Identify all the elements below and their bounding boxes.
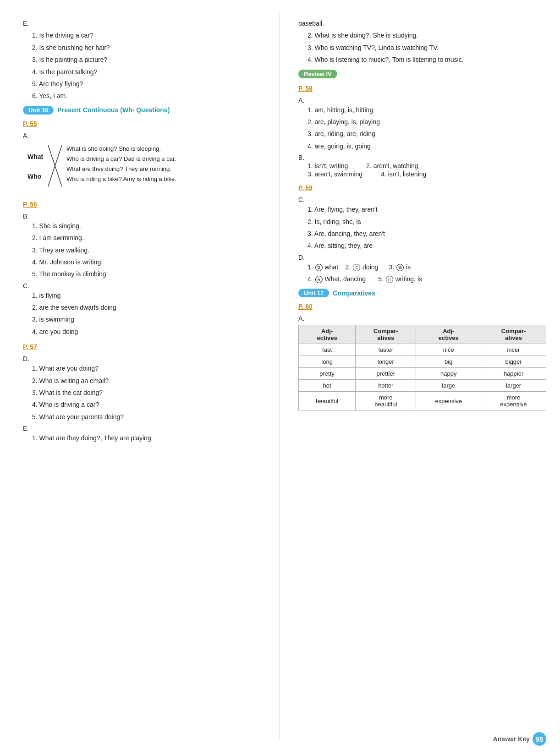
cell-nicer: nicer (481, 344, 546, 356)
d-item-4: 4. Who is driving a car? (32, 399, 266, 410)
col-header-comp2: Compar-atives (481, 325, 546, 344)
b-item-2: 2. I am swimming. (32, 233, 266, 243)
cell-nice: nice (416, 344, 481, 356)
b-row-1: 1. isn't, writing 2. aren't, watching (307, 162, 546, 170)
review-section-b: B. 1. isn't, writing 2. aren't, watching… (298, 154, 546, 178)
e-right-2: 2. What is she doing?, She is studying. (307, 30, 546, 40)
e-item-2: 2. Is she brushing her hair? (32, 43, 266, 53)
b-row1-right: 2. aren't, watching (366, 162, 418, 170)
diagram-lines: What is she doing? She is sleeping. Who … (66, 144, 176, 184)
rev-c-4: 4. Are, sitting, they, are (307, 241, 546, 251)
section-b: B. 1. She is singing. 2. I am swimming. … (23, 213, 266, 279)
review-iv-badge: Review IV (298, 70, 337, 78)
section-c-label: C. (23, 282, 266, 290)
cell-hot: hot (299, 380, 356, 392)
section-d-label: D. (23, 355, 266, 362)
page-ref-57: P. 57 (23, 343, 37, 350)
section-c: C. 1. is flying 2. are the seven dwarfs … (23, 282, 266, 337)
c-item-4: 4. are you doing (32, 327, 266, 337)
section-a-label: A. (23, 132, 266, 139)
page-ref-60: P. 60 (298, 303, 313, 310)
comparatives-table: Adj-ectives Compar-atives Adj-ectives Co… (298, 325, 546, 410)
answer-key-label: Answer Key (493, 735, 530, 743)
cell-faster: faster (356, 344, 416, 356)
e-item-4: 4. Is the parrot talking? (32, 67, 266, 77)
section-e: E. 1. Is he driving a car? 2. Is she bru… (23, 18, 266, 101)
c-item-3: 3. is swimming (32, 314, 266, 324)
b-row-2: 3. aren't, swimming 4. isn't, listening (307, 170, 546, 178)
e-item-3: 3. Is he painting a picture? (32, 55, 266, 65)
e-right-3: 3. Who is watching TV?, Linda is watchin… (307, 43, 546, 53)
d-item-2: 2. Who is writing an email? (32, 376, 266, 386)
rev-a-4: 4. are, going, is, going (307, 141, 546, 151)
page-ref-55: P. 55 (23, 120, 37, 127)
rev-a-1: 1. am, hitting, is, hitting (307, 105, 546, 115)
review-section-d: D. 1. b what 2. c doing 3. a is 4. a Wha… (298, 254, 546, 284)
rev-c-2: 2. Is, riding, she, is (307, 217, 546, 227)
table-row: beautiful morebeautiful expensive moreex… (299, 392, 546, 410)
cell-pretty: pretty (299, 368, 356, 380)
left-column: E. 1. Is he driving a car? 2. Is she bru… (0, 14, 280, 741)
table-row: hot hotter large larger (299, 380, 546, 392)
rev-d-row1: 1. b what 2. c doing 3. a is (307, 262, 546, 272)
circle-c2: c (386, 276, 393, 283)
diag-line-2: Who is driving a car? Dad is driving a c… (66, 154, 176, 164)
review-a-label: A. (298, 97, 546, 104)
cell-bigger: bigger (481, 356, 546, 368)
unit16-header: Unit 16 Present Continuous (Wh- Question… (23, 106, 266, 115)
page-number-badge: 95 (533, 732, 546, 746)
section-e2: E. 1. What are they doing?, They are pla… (23, 425, 266, 443)
cell-happy: happy (416, 368, 481, 380)
c-item-2: 2. are the seven dwarfs doing (32, 302, 266, 312)
c-item-1: 1. is flying (32, 290, 266, 301)
section-b-label: B. (23, 213, 266, 220)
circle-a: a (396, 264, 404, 271)
section-e-label: E. (23, 18, 266, 28)
table-row: long longer big bigger (299, 356, 546, 368)
section-e2-label: E. (23, 425, 266, 432)
diag-line-4: Who is riding a bike? Amy is riding a bi… (66, 174, 176, 184)
col-header-adj1: Adj-ectives (299, 325, 356, 344)
what-who-diagram: What Who What is she doing? She is sleep… (27, 143, 266, 193)
section-d: D. 1. What are you doing? 2. Who is writ… (23, 355, 266, 422)
unit17-badge: Unit 17 (298, 289, 329, 297)
e-continued: baseball. (298, 18, 546, 28)
rev-c-3: 3. Are, dancing, they, aren't (307, 229, 546, 239)
col-header-comp1: Compar-atives (356, 325, 416, 344)
cell-more-expensive: moreexpensive (481, 392, 546, 410)
cell-expensive: expensive (416, 392, 481, 410)
cell-fast: fast (299, 344, 356, 356)
b-item-1: 1. She is singing. (32, 221, 266, 231)
d-item-3: 3. What is the cat doing? (32, 388, 266, 398)
cell-happier: happier (481, 368, 546, 380)
unit17-section-a: A. Adj-ectives Compar-atives Adj-ectives… (298, 315, 546, 410)
right-column: baseball. 2. What is she doing?, She is … (280, 14, 560, 741)
unit16-badge: Unit 16 (23, 106, 54, 115)
cell-large: large (416, 380, 481, 392)
rev-a-2: 2. are, playing, is, playing (307, 117, 546, 127)
d-item-1: 1. What are you doing? (32, 363, 266, 373)
answer-key-footer: Answer Key 95 (493, 732, 546, 746)
review-section-a: A. 1. am, hitting, is, hitting 2. are, p… (298, 97, 546, 152)
cell-longer: longer (356, 356, 416, 368)
e-right-4: 4. Who is listening to music?, Tom is li… (307, 55, 546, 65)
b-item-4: 4. Mr. Johnson is writing. (32, 257, 266, 267)
e-item-5: 5. Are they flying? (32, 79, 266, 89)
e-item-6: 6. Yes, I am. (32, 91, 266, 101)
cell-prettier: prettier (356, 368, 416, 380)
review-d-label: D. (298, 254, 546, 261)
table-row: pretty prettier happy happier (299, 368, 546, 380)
page-ref-56: P. 56 (23, 201, 37, 208)
cell-larger: larger (481, 380, 546, 392)
what-label: What (27, 153, 43, 160)
diag-line-1: What is she doing? She is sleeping. (66, 144, 176, 154)
table-row: fast faster nice nicer (299, 344, 546, 356)
page-ref-59: P. 59 (298, 184, 313, 191)
d-item-5: 5. What are your parents doing? (32, 412, 266, 422)
circle-a2: a (315, 276, 323, 283)
e-item-1: 1. Is he driving a car? (32, 30, 266, 40)
b-row2-left: 3. aren't, swimming (307, 170, 362, 178)
cell-hotter: hotter (356, 380, 416, 392)
cell-beautiful: beautiful (299, 392, 356, 410)
b-item-3: 3. They are walking. (32, 245, 266, 255)
